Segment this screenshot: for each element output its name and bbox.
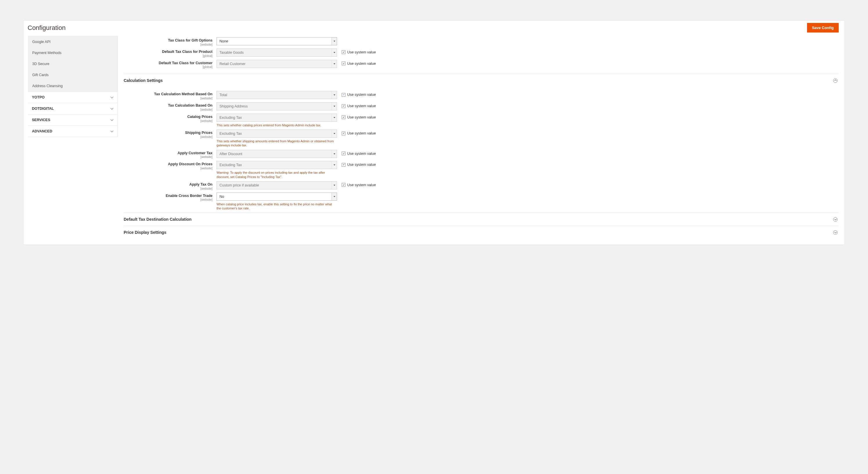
chevron-down-icon	[332, 150, 337, 158]
sidebar-subitems: Google API Payment Methods 3D Secure Gif…	[28, 36, 118, 92]
field-label: Apply Tax On	[124, 183, 213, 187]
field-label-cell: Tax Calculation Based On[website]	[124, 102, 217, 111]
sidebar-item-google-api[interactable]: Google API	[28, 36, 118, 47]
field-help-text: This sets whether catalog prices entered…	[217, 123, 337, 127]
field-help-text: When catalog price includes tax, enable …	[217, 202, 337, 211]
field-label-cell: Apply Tax On[website]	[124, 181, 217, 190]
field-scope: [global]	[124, 65, 213, 68]
form-row: Apply Customer Tax[website]After Discoun…	[124, 149, 839, 160]
form-row: Tax Calculation Method Based On[website]…	[124, 90, 839, 101]
select-value: None	[219, 39, 228, 43]
form-row: Tax Calculation Based On[website]Shippin…	[124, 101, 839, 112]
section-header[interactable]: Calculation Settings	[124, 74, 839, 87]
use-system-checkbox[interactable]	[342, 152, 345, 155]
use-system-checkbox[interactable]	[342, 163, 345, 167]
field-label-cell: Enable Cross Border Trade[website]	[124, 192, 217, 202]
field-help-text: This sets whether shipping amounts enter…	[217, 139, 337, 148]
use-system-label: Use system value	[347, 152, 376, 156]
field-scope: [website]	[124, 43, 213, 46]
use-system-checkbox[interactable]	[342, 62, 345, 65]
use-system-checkbox[interactable]	[342, 104, 345, 108]
use-system-cell: Use system value	[337, 102, 376, 108]
select: Excluding Tax	[217, 161, 337, 169]
select-value: Shipping Address	[219, 104, 248, 108]
chevron-down-icon	[111, 107, 114, 110]
form-row: Default Tax Class for Product[global]Tax…	[124, 47, 839, 59]
field-label-cell: Tax Calculation Method Based On[website]	[124, 91, 217, 100]
section-title: Price Display Settings	[124, 230, 166, 235]
use-system-label: Use system value	[347, 50, 376, 54]
use-system-label: Use system value	[347, 93, 376, 97]
select: Taxable Goods	[217, 49, 337, 57]
sidebar-group-services[interactable]: SERVICES	[28, 114, 118, 126]
field-label: Tax Class for Gift Options	[124, 39, 213, 43]
field-scope: [website]	[124, 135, 213, 139]
save-config-button[interactable]: Save Config	[807, 23, 839, 32]
use-system-cell: Use system value	[337, 181, 376, 187]
select: Excluding Tax	[217, 129, 337, 138]
select-value: Retail Customer	[219, 62, 246, 66]
use-system-checkbox[interactable]	[342, 131, 345, 135]
form-row: Apply Tax On[website]Custom price if ava…	[124, 180, 839, 191]
sidebar-item-3d-secure[interactable]: 3D Secure	[28, 58, 118, 69]
field-scope: [website]	[124, 187, 213, 190]
use-system-label: Use system value	[347, 104, 376, 108]
field-scope: [website]	[124, 119, 213, 123]
field-label-cell: Default Tax Class for Customer[global]	[124, 60, 217, 69]
collapse-icon	[833, 79, 838, 83]
select-value: Excluding Tax	[219, 131, 242, 136]
field-label: Tax Calculation Method Based On	[124, 92, 213, 96]
select-value: Excluding Tax	[219, 116, 242, 120]
field-value-cell: Custom price if available	[217, 181, 337, 189]
sidebar-group-yotpo[interactable]: YOTPO	[28, 92, 118, 103]
section-title: Default Tax Destination Calculation	[124, 217, 192, 221]
field-value-cell: NoWhen catalog price includes tax, enabl…	[217, 192, 337, 211]
sidebar-item-address-cleansing[interactable]: Address Cleansing	[28, 81, 118, 91]
chevron-down-icon	[332, 181, 337, 189]
use-system-cell: Use system value	[337, 91, 376, 97]
field-value-cell: Shipping Address	[217, 102, 337, 110]
use-system-label: Use system value	[347, 162, 376, 167]
chevron-down-icon	[332, 114, 337, 121]
use-system-checkbox[interactable]	[342, 50, 345, 54]
select[interactable]: No	[217, 192, 337, 201]
select-value: After Discount	[219, 152, 242, 156]
select[interactable]: None	[217, 37, 337, 45]
select-value: Total	[219, 93, 227, 97]
use-system-cell: Use system value	[337, 161, 376, 167]
field-scope: [website]	[124, 198, 213, 201]
chevron-down-icon	[111, 130, 114, 133]
select: Excluding Tax	[217, 114, 337, 122]
config-sidebar: Google API Payment Methods 3D Secure Gif…	[28, 36, 118, 137]
sidebar-item-gift-cards[interactable]: Gift Cards	[28, 69, 118, 81]
field-value-cell: Taxable Goods	[217, 49, 337, 57]
field-scope: [website]	[124, 108, 213, 111]
section-body: Tax Calculation Method Based On[website]…	[124, 87, 839, 213]
use-system-cell: Use system value	[337, 60, 376, 66]
use-system-checkbox[interactable]	[342, 183, 345, 187]
field-label-cell: Apply Customer Tax[website]	[124, 150, 217, 159]
field-value-cell: After Discount	[217, 150, 337, 158]
field-scope: [website]	[124, 155, 213, 158]
use-system-checkbox[interactable]	[342, 115, 345, 119]
expand-icon	[833, 230, 838, 235]
sidebar-item-payment-methods[interactable]: Payment Methods	[28, 47, 118, 58]
chevron-down-icon	[332, 161, 337, 169]
field-label-cell: Tax Class for Gift Options[website]	[124, 37, 217, 46]
chevron-down-icon	[332, 60, 337, 68]
chevron-down-icon	[332, 49, 337, 56]
field-value-cell: Excluding TaxWarning: To apply the disco…	[217, 161, 337, 179]
sidebar-group-label: ADVANCED	[32, 129, 52, 133]
section-header[interactable]: Default Tax Destination Calculation	[124, 213, 839, 226]
sidebar-group-dotdigital[interactable]: DOTDIGITAL	[28, 103, 118, 114]
field-label-cell: Apply Discount On Prices[website]	[124, 161, 217, 170]
chevron-down-icon	[332, 193, 337, 200]
section-header[interactable]: Price Display Settings	[124, 226, 839, 239]
expand-icon	[833, 217, 838, 221]
form-row: Catalog Prices[website]Excluding TaxThis…	[124, 112, 839, 128]
field-label-cell: Default Tax Class for Product[global]	[124, 49, 217, 58]
field-label: Tax Calculation Based On	[124, 104, 213, 108]
sidebar-group-advanced[interactable]: ADVANCED	[28, 126, 118, 137]
use-system-checkbox[interactable]	[342, 93, 345, 97]
field-label: Shipping Prices	[124, 131, 213, 135]
